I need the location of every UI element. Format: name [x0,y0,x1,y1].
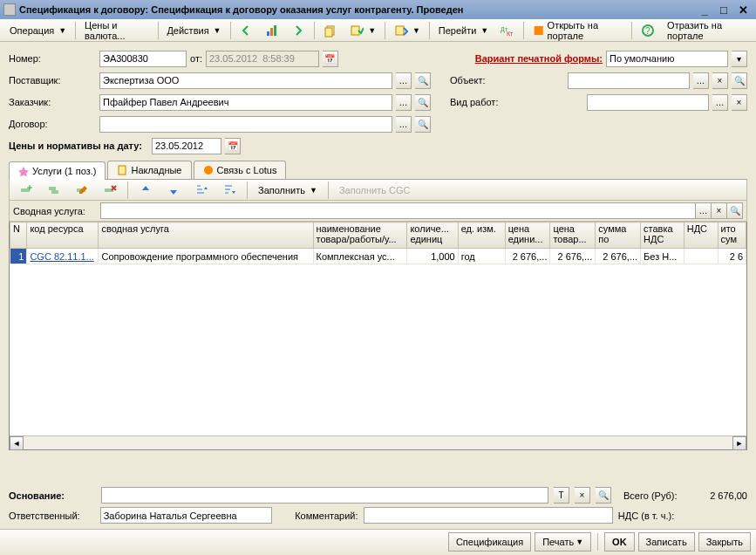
summary-select-btn[interactable]: … [696,202,712,219]
object-clear-btn[interactable]: × [712,72,728,89]
operation-menu[interactable]: Операция▼ [3,21,72,40]
go-menu[interactable]: Перейти▼ [432,21,495,40]
supplier-lookup-btn[interactable]: 🔍 [415,72,431,89]
sort-desc-icon[interactable] [216,181,242,200]
object-field[interactable] [568,72,690,89]
prices-date-label: Цены и нормативы на дату: [9,140,148,151]
grid-toolbar: Заполнить▼ Заполнить CGC [9,180,747,201]
date-field[interactable] [206,51,319,67]
table-row[interactable]: 1 CGC 82.11.1... Сопровождение программн… [10,249,746,264]
services-grid[interactable]: N код ресурса сводная услуга наименовани… [9,222,747,450]
tab-lotus[interactable]: Связь с Lotus [194,161,287,179]
spec-button[interactable]: Спецификация [448,532,531,552]
save-button[interactable]: Записать [638,532,695,552]
svg-rect-9 [535,25,543,34]
copy-row-icon[interactable] [41,181,67,200]
comment-label: Комментарий: [295,510,358,521]
customer-label: Заказчик: [9,97,96,107]
col-total[interactable]: ито сум [718,223,746,249]
customer-select-btn[interactable]: … [396,94,412,111]
col-name[interactable]: наименование товара/работы/у... [313,223,407,249]
calendar-icon[interactable]: 📅 [323,51,338,67]
basis-clear-btn[interactable]: × [575,487,590,504]
basis-icon[interactable]: ▼ [388,21,426,40]
svg-rect-6 [396,26,404,35]
summary-service-row: Сводная услуга: … × 🔍 [9,201,747,222]
tab-services[interactable]: Услуги (1 поз.) [9,161,106,180]
col-qty[interactable]: количе... единиц [407,223,458,249]
from-label: от: [190,53,202,64]
number-field[interactable] [99,51,187,67]
worktype-clear-btn[interactable]: × [732,94,747,111]
ok-button[interactable]: OK [604,532,635,552]
col-price1[interactable]: цена едини... [505,223,550,249]
back-icon[interactable] [233,21,259,40]
close-button[interactable]: ✕ [733,2,753,17]
customer-field[interactable] [99,94,392,111]
object-lookup-btn[interactable]: 🔍 [732,72,747,89]
svg-text:?: ? [645,26,650,36]
col-svod[interactable]: сводная услуга [99,223,313,249]
col-unit[interactable]: ед. изм. [458,223,505,249]
summary-clear-btn[interactable]: × [712,202,727,219]
forward-icon[interactable] [285,21,311,40]
print-variant-dropdown[interactable]: ▾ [732,51,747,67]
worktype-select-btn[interactable]: … [712,94,728,111]
print-menu[interactable]: Печать▼ [535,532,591,552]
dtkf-icon[interactable]: ДтКт [494,21,521,40]
col-n[interactable]: N [10,223,27,249]
contract-select-btn[interactable]: … [396,116,412,133]
footer-row-2: Ответственный: Комментарий: НДС (в т. ч.… [0,505,756,529]
tab-invoices[interactable]: Накладные [107,161,191,179]
col-vatrate[interactable]: ставка НДС [641,223,684,249]
summary-service-field[interactable] [100,202,696,219]
sort-asc-icon[interactable] [188,181,215,200]
prices-date-field[interactable] [152,138,221,154]
form-area: Номер: от: 📅 Вариант печатной формы: ▾ П… [0,42,756,450]
customer-lookup-btn[interactable]: 🔍 [415,94,431,111]
prices-date-calendar-icon[interactable]: 📅 [225,138,241,154]
help-icon[interactable]: ? [635,21,661,40]
delete-row-icon[interactable] [97,181,123,200]
col-sum[interactable]: сумма по [596,223,641,249]
svg-rect-12 [119,166,126,175]
prices-currency-button[interactable]: Цены и валюта... [78,21,155,40]
move-down-icon[interactable] [160,181,187,200]
contract-lookup-btn[interactable]: 🔍 [415,116,431,133]
horizontal-scrollbar[interactable]: ◄ ► [10,435,746,449]
contract-field[interactable] [99,116,392,133]
app-icon [3,3,16,16]
summary-lookup-btn[interactable]: 🔍 [727,202,743,219]
basis-type-btn[interactable]: T [554,487,569,504]
print-variant-label[interactable]: Вариант печатной формы: [475,53,603,64]
edit-row-icon[interactable] [69,181,95,200]
supplier-select-btn[interactable]: … [396,72,412,89]
resource-code-link[interactable]: CGC 82.11.1... [30,251,93,262]
chart-icon[interactable] [259,21,285,40]
add-row-icon[interactable] [13,181,39,200]
reflect-portal-button[interactable]: Отразить на портале [661,21,753,40]
basis-lookup-btn[interactable]: 🔍 [596,487,611,504]
actions-menu[interactable]: Действия▼ [160,21,227,40]
minimize-button[interactable]: _ [695,2,714,17]
resp-field[interactable] [100,507,272,524]
col-vat[interactable]: НДС [684,223,718,249]
move-up-icon[interactable] [133,181,159,200]
print-variant-field[interactable] [606,51,728,67]
fill-menu[interactable]: Заполнить▼ [252,181,324,200]
supplier-field[interactable] [99,72,392,89]
copy-icon[interactable] [317,21,344,40]
post-icon[interactable]: ▼ [344,21,382,40]
svg-rect-4 [325,28,332,37]
comment-field[interactable] [364,507,613,524]
col-code[interactable]: код ресурса [27,223,99,249]
col-price2[interactable]: цена товар... [550,223,596,249]
basis-field[interactable] [101,487,548,504]
close-form-button[interactable]: Закрыть [698,532,751,552]
maximize-button[interactable]: □ [714,2,733,17]
scroll-right-icon[interactable]: ► [732,436,746,450]
object-select-btn[interactable]: … [693,72,709,89]
open-portal-button[interactable]: Открыть на портале [527,21,629,40]
scroll-left-icon[interactable]: ◄ [10,436,24,450]
worktype-field[interactable] [587,94,709,111]
